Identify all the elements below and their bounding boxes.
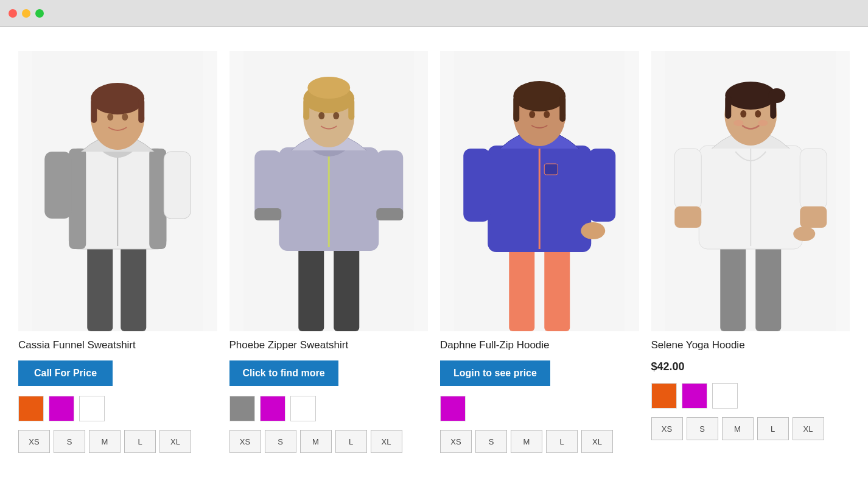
product-card-selene: Selene Yoga Hoodie$42.00XSSMLXL <box>651 51 850 453</box>
svg-point-39 <box>581 222 605 239</box>
svg-rect-59 <box>725 96 731 119</box>
svg-rect-48 <box>755 243 781 331</box>
price-button-cassia[interactable]: Call For Price <box>18 360 113 386</box>
svg-point-13 <box>107 113 113 121</box>
product-card-cassia: Cassia Funnel SweatshirtCall For PriceXS… <box>18 51 217 453</box>
product-name-cassia: Cassia Funnel Sweatshirt <box>18 339 136 352</box>
price-button-daphne[interactable]: Login to see price <box>440 360 550 386</box>
size-btn-M-cassia[interactable]: M <box>89 430 121 453</box>
size-btn-L-phoebe[interactable]: L <box>335 430 367 453</box>
swatch-white-phoebe[interactable] <box>290 396 316 421</box>
svg-rect-7 <box>44 152 71 219</box>
swatch-magenta-phoebe[interactable] <box>260 396 285 421</box>
swatch-magenta-cassia[interactable] <box>49 396 74 421</box>
svg-rect-36 <box>544 164 558 175</box>
size-btn-S-cassia[interactable]: S <box>54 430 85 453</box>
svg-point-30 <box>333 112 339 119</box>
svg-point-45 <box>544 111 550 118</box>
color-swatches-phoebe <box>229 396 316 421</box>
svg-rect-12 <box>138 99 144 123</box>
svg-rect-17 <box>334 243 359 331</box>
product-grid: Cassia Funnel SweatshirtCall For PriceXS… <box>18 51 850 453</box>
size-btn-M-phoebe[interactable]: M <box>300 430 332 453</box>
svg-rect-16 <box>298 243 324 331</box>
svg-point-62 <box>740 110 746 118</box>
color-swatches-daphne <box>440 396 466 421</box>
size-btn-M-selene[interactable]: M <box>722 417 754 440</box>
svg-point-65 <box>758 120 768 126</box>
svg-rect-38 <box>589 149 615 222</box>
svg-rect-54 <box>674 206 701 228</box>
product-card-phoebe: Phoebe Zipper SweatshirtClick to find mo… <box>229 51 429 453</box>
size-btn-XS-selene[interactable]: XS <box>651 417 683 440</box>
svg-point-61 <box>768 88 785 103</box>
close-button[interactable] <box>9 9 17 18</box>
color-swatches-selene <box>651 383 738 409</box>
size-btn-L-cassia[interactable]: L <box>124 430 156 453</box>
svg-rect-55 <box>800 206 827 228</box>
svg-point-28 <box>307 77 350 99</box>
product-image-selene <box>651 51 850 331</box>
svg-point-56 <box>793 227 815 241</box>
size-btn-XL-daphne[interactable]: XL <box>581 430 613 453</box>
size-btn-S-selene[interactable]: S <box>687 417 718 440</box>
size-buttons-cassia: XSSMLXL <box>18 430 191 453</box>
svg-rect-8 <box>164 152 191 219</box>
swatch-orange-cassia[interactable] <box>18 396 44 421</box>
svg-rect-53 <box>800 149 827 209</box>
svg-rect-52 <box>674 149 701 209</box>
price-text-selene: $42.00 <box>651 360 685 373</box>
svg-rect-2 <box>121 240 146 331</box>
svg-rect-22 <box>254 208 281 220</box>
svg-rect-43 <box>559 96 565 122</box>
size-btn-L-selene[interactable]: L <box>757 417 789 440</box>
size-btn-XL-cassia[interactable]: XL <box>159 430 191 453</box>
product-image-daphne <box>440 51 639 331</box>
product-image-cassia <box>18 51 217 331</box>
product-image-phoebe <box>229 51 429 331</box>
color-swatches-cassia <box>18 396 105 421</box>
svg-point-10 <box>91 83 144 114</box>
size-btn-XS-cassia[interactable]: XS <box>18 430 50 453</box>
svg-rect-32 <box>509 243 534 331</box>
size-btn-S-daphne[interactable]: S <box>475 430 507 453</box>
title-bar <box>0 0 868 27</box>
svg-rect-47 <box>720 243 746 331</box>
size-btn-M-daphne[interactable]: M <box>511 430 542 453</box>
product-name-phoebe: Phoebe Zipper Sweatshirt <box>229 339 349 352</box>
content-area: Cassia Funnel SweatshirtCall For PriceXS… <box>0 27 868 492</box>
product-card-daphne: Daphne Full-Zip HoodieLogin to see price… <box>440 51 639 453</box>
price-button-phoebe[interactable]: Click to find more <box>229 360 338 386</box>
svg-point-41 <box>513 81 565 111</box>
svg-point-14 <box>122 113 128 121</box>
size-btn-XL-selene[interactable]: XL <box>793 417 824 440</box>
size-buttons-selene: XSSMLXL <box>651 417 824 440</box>
size-buttons-phoebe: XSSMLXL <box>229 430 402 453</box>
size-btn-S-phoebe[interactable]: S <box>265 430 296 453</box>
swatch-white-cassia[interactable] <box>79 396 105 421</box>
swatch-magenta-daphne[interactable] <box>440 396 466 421</box>
size-btn-XS-daphne[interactable]: XS <box>440 430 472 453</box>
svg-point-63 <box>755 110 761 118</box>
svg-rect-26 <box>303 99 309 120</box>
size-btn-XL-phoebe[interactable]: XL <box>371 430 402 453</box>
svg-point-44 <box>529 111 535 118</box>
size-buttons-daphne: XSSMLXL <box>440 430 613 453</box>
size-btn-L-daphne[interactable]: L <box>546 430 578 453</box>
svg-rect-37 <box>463 149 490 222</box>
swatch-white-selene[interactable] <box>712 383 738 409</box>
swatch-orange-selene[interactable] <box>651 383 677 409</box>
minimize-button[interactable] <box>22 9 30 18</box>
swatch-gray-phoebe[interactable] <box>229 396 255 421</box>
svg-point-29 <box>318 112 324 119</box>
svg-rect-23 <box>376 208 403 220</box>
size-btn-XS-phoebe[interactable]: XS <box>229 430 261 453</box>
maximize-button[interactable] <box>35 9 44 18</box>
svg-rect-27 <box>348 99 354 120</box>
swatch-magenta-selene[interactable] <box>682 383 707 409</box>
svg-rect-4 <box>69 149 86 249</box>
product-name-selene: Selene Yoga Hoodie <box>651 339 745 352</box>
svg-rect-11 <box>91 99 97 123</box>
svg-rect-1 <box>87 240 113 331</box>
svg-rect-33 <box>544 243 570 331</box>
